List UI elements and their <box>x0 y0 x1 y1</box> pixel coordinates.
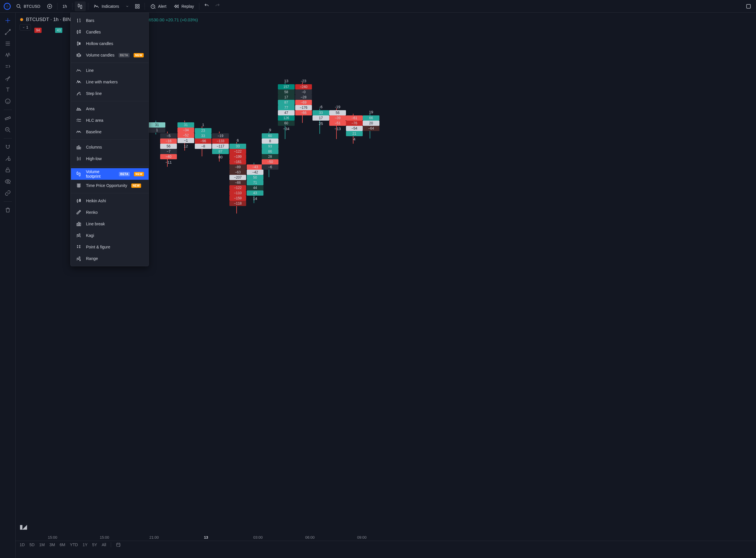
range-5d[interactable]: 5D <box>29 542 35 547</box>
svg-point-44 <box>79 247 80 248</box>
footprint-cell: 77 <box>278 105 295 110</box>
chart-type-heikin-ashi[interactable]: Heikin Ashi <box>71 195 149 207</box>
lock-drawings-tool[interactable] <box>2 153 13 164</box>
trash-tool[interactable] <box>2 205 13 215</box>
svg-point-1 <box>17 4 20 7</box>
chart-type-high-low[interactable]: High-low <box>71 153 149 164</box>
panel-toggle[interactable]: 1 <box>20 24 31 31</box>
footprint-cell: −88 <box>229 180 246 185</box>
templates-button[interactable] <box>132 1 142 11</box>
add-symbol-button[interactable] <box>45 1 55 11</box>
visibility-tool[interactable] <box>2 176 13 187</box>
chart-type-range[interactable]: Range <box>71 253 149 264</box>
footprint-cell: −54 <box>346 126 363 131</box>
footprint-cell: −133 <box>212 138 229 144</box>
range-5y[interactable]: 5Y <box>92 542 97 547</box>
forecast-tool[interactable] <box>2 61 13 72</box>
fullscreen-button[interactable] <box>743 1 754 11</box>
interval-button[interactable]: 1h <box>60 1 70 11</box>
chart-type-area[interactable]: Area <box>71 103 149 115</box>
menu-item-label: Volume candles <box>86 53 115 57</box>
pattern-tool[interactable] <box>2 50 13 60</box>
chart-type-hollow-candles[interactable]: Hollow candles <box>71 38 149 49</box>
chart-type-line-break[interactable]: Line break <box>71 218 149 230</box>
chart-type-step-line[interactable]: Step line <box>71 88 149 99</box>
range-3m[interactable]: 3M <box>49 542 55 547</box>
alert-button[interactable]: Alert <box>147 1 169 11</box>
area-icon <box>76 106 82 112</box>
crosshair-tool[interactable] <box>2 15 13 26</box>
svg-rect-17 <box>6 170 9 172</box>
undo-button[interactable] <box>202 1 211 11</box>
trend-line-tool[interactable] <box>2 27 13 37</box>
chart-type-menu[interactable]: BarsCandlesHollow candlesVolume candlesB… <box>70 13 149 266</box>
svg-rect-32 <box>80 147 80 149</box>
range-1y[interactable]: 1Y <box>82 542 87 547</box>
col-header: 6 <box>229 138 246 143</box>
redo-button[interactable] <box>213 1 223 11</box>
chart-type-bars[interactable]: Bars <box>71 15 149 26</box>
svg-rect-4 <box>80 5 82 8</box>
lock-tool[interactable] <box>2 164 13 175</box>
chart-title[interactable]: BTCUSDT · 1h · BINAN <box>26 17 78 23</box>
footprint-cell: −7 <box>160 149 177 154</box>
footprint-cell: −76 <box>346 121 363 126</box>
magnet-tool[interactable] <box>2 142 13 152</box>
chip-green: 43 <box>55 28 62 33</box>
range-all[interactable]: All <box>102 542 106 547</box>
svg-rect-30 <box>77 147 78 149</box>
footprint-cell: −52 <box>177 133 194 138</box>
chart-type-volume-candles[interactable]: Volume candlesBETANEW <box>71 49 149 61</box>
brush-tool[interactable] <box>2 73 13 84</box>
undo-icon <box>204 4 209 9</box>
ruler-tool[interactable] <box>2 113 13 124</box>
footprint-cell: 28 <box>262 154 278 159</box>
range-1m[interactable]: 1M <box>39 542 45 547</box>
range-6m[interactable]: 6M <box>60 542 65 547</box>
range-1d[interactable]: 1D <box>20 542 25 547</box>
chart-type-kagi[interactable]: Kagi <box>71 230 149 241</box>
symbol-search[interactable]: BTCUSD <box>13 1 43 11</box>
chart-type-candles[interactable]: Candles <box>71 26 149 38</box>
chart-type-pnf[interactable]: Point & figure <box>71 241 149 253</box>
chart-type-volume-footprint[interactable]: Volume footprintBETANEW <box>71 168 149 180</box>
col-header: -19 <box>329 104 346 110</box>
goto-date-button[interactable] <box>116 542 121 547</box>
chart-type-line[interactable]: Line <box>71 65 149 76</box>
emoji-tool[interactable] <box>2 96 13 107</box>
replay-button[interactable]: Replay <box>171 1 197 11</box>
chart-type-baseline[interactable]: Baseline <box>71 126 149 137</box>
indicators-chevron[interactable] <box>123 1 131 11</box>
col-header: 19 <box>363 110 379 115</box>
chart-type-button[interactable] <box>75 1 86 11</box>
time-tick: 21:00 <box>149 535 159 539</box>
footprint-cell: 1 <box>149 128 165 133</box>
plus-circle-icon <box>47 3 52 9</box>
footprint-cell: −240 <box>295 84 312 90</box>
indicators-button[interactable]: Indicators <box>91 1 122 11</box>
link-tool[interactable] <box>2 187 13 199</box>
chart-type-columns[interactable]: Columns <box>71 142 149 153</box>
fib-tool[interactable] <box>2 38 13 49</box>
col-footer: 4 <box>346 137 363 142</box>
svg-rect-36 <box>80 199 80 202</box>
candles-icon <box>76 29 82 35</box>
zoom-tool[interactable] <box>2 124 13 135</box>
chart-type-hlc-area[interactable]: HLC area <box>71 115 149 126</box>
text-tool[interactable] <box>2 84 13 95</box>
chart-type-renko[interactable]: Renko <box>71 207 149 218</box>
footprint-cell: −19 <box>212 133 229 138</box>
col-header: -23 <box>295 78 312 84</box>
range-ytd[interactable]: YTD <box>70 542 78 547</box>
footprint-cell: −61 <box>346 116 363 121</box>
footprint-cell: 86 <box>262 149 278 154</box>
chart-type-tpo[interactable]: Time Price OpportunityNEW <box>71 180 149 191</box>
footprint-cell: −176 <box>295 105 312 110</box>
svg-point-13 <box>5 99 10 104</box>
svg-rect-7 <box>135 7 137 8</box>
app-logo[interactable] <box>2 1 12 11</box>
chart-type-line-markers[interactable]: Line with markers <box>71 76 149 88</box>
menu-item-label: Time Price Opportunity <box>86 183 127 188</box>
footprint-cell: 44 <box>247 185 263 191</box>
range-icon <box>76 256 82 261</box>
